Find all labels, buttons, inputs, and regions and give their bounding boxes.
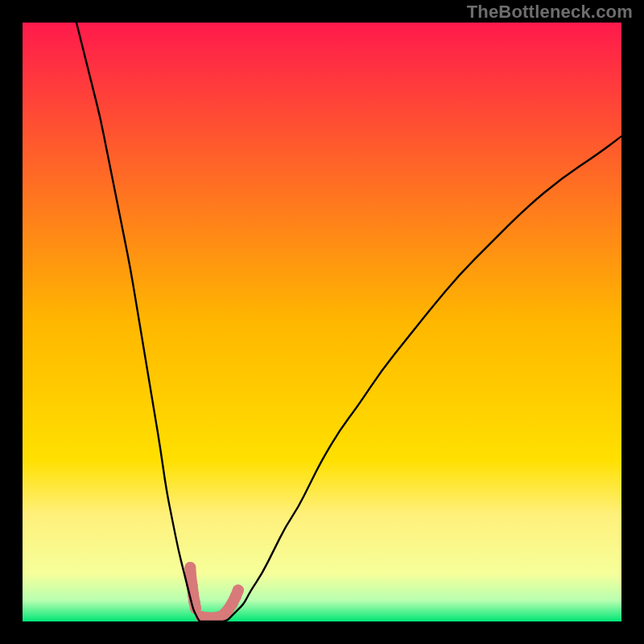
chart-frame: TheBottleneck.com xyxy=(0,0,644,644)
gradient-background xyxy=(23,23,621,621)
chart-svg xyxy=(23,23,621,621)
highlight-dot xyxy=(233,584,244,596)
plot-area xyxy=(23,23,621,621)
watermark-text: TheBottleneck.com xyxy=(467,2,633,23)
